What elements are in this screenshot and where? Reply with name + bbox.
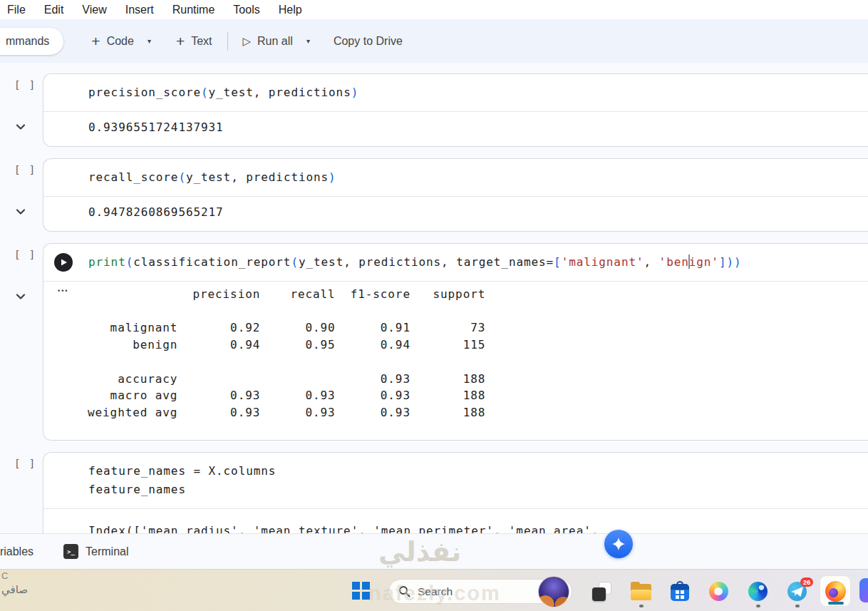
code-cell: [ ] print(classification_report(y_test, … — [0, 243, 868, 441]
classification-report-text: precision recall f1-score support malign… — [88, 286, 868, 421]
terminal-icon: >_ — [63, 544, 78, 559]
cell-gutter: [ ] — [0, 452, 43, 533]
collapse-output-chevron-icon[interactable] — [13, 119, 29, 135]
firefox-browser-button[interactable] — [820, 575, 851, 607]
execution-count-brackets[interactable]: [ ] — [14, 79, 36, 91]
terminal-tab[interactable]: >_ Terminal — [63, 544, 128, 559]
gemini-spark-icon — [611, 536, 626, 552]
run-cell-button[interactable] — [54, 253, 73, 272]
menu-item-help[interactable]: Help — [269, 4, 311, 16]
running-indicator-dot — [639, 605, 644, 607]
weather-widget[interactable]: C صافي — [1, 570, 28, 596]
search-placeholder: Search — [418, 585, 453, 598]
running-indicator-dot — [756, 605, 760, 607]
code-editor[interactable]: print(classification_report(y_test, pred… — [43, 244, 868, 281]
toolbar-divider — [227, 32, 228, 51]
code-editor[interactable]: feature_names = X.columnsfeature_names — [43, 453, 868, 508]
menu-item-edit[interactable]: Edit — [35, 4, 73, 16]
commands-label: mmands — [6, 35, 49, 48]
cell-output: 0.9396551724137931 — [43, 112, 868, 146]
variables-tab[interactable]: ariables — [0, 545, 33, 558]
run-all-dropdown-caret-icon[interactable]: ▾ — [302, 37, 314, 45]
run-all-label: Run all — [257, 35, 293, 48]
cell-gutter: [ ] — [0, 243, 43, 441]
code-cell: [ ] recall_score(y_test, predictions) 0.… — [0, 158, 868, 232]
taskbar-search[interactable]: Search — [388, 579, 572, 604]
cell-output: Index(['mean radius', 'mean texture', 'm… — [43, 509, 868, 533]
notebook-area: [ ] precision_score(y_test, predictions)… — [0, 63, 868, 533]
copilot-button[interactable] — [709, 582, 728, 601]
task-view-button[interactable] — [592, 582, 611, 601]
taskbar: C صافي Search 26 — [0, 569, 868, 611]
collapse-output-chevron-icon[interactable] — [13, 289, 29, 304]
notification-badge: 26 — [800, 577, 813, 587]
add-code-label: Code — [107, 35, 134, 48]
search-spotlight-image[interactable] — [538, 576, 569, 607]
windows-start-button[interactable] — [352, 582, 370, 600]
play-icon — [59, 258, 68, 267]
plus-icon: + — [176, 34, 185, 48]
search-icon — [398, 585, 410, 597]
cell-box: recall_score(y_test, predictions) 0.9478… — [43, 158, 868, 232]
execution-count-brackets[interactable]: [ ] — [14, 164, 36, 175]
running-indicator-dot — [795, 605, 800, 607]
code-editor[interactable]: recall_score(y_test, predictions) — [43, 159, 868, 196]
cell-box: print(classification_report(y_test, pred… — [43, 243, 868, 441]
add-text-button[interactable]: + Text — [167, 34, 222, 48]
edge-browser-button[interactable] — [748, 582, 768, 601]
cell-box: precision_score(y_test, predictions) 0.9… — [43, 73, 868, 147]
copy-to-drive-label: Copy to Drive — [334, 35, 403, 48]
toolbar: mmands + Code ▾ + Text ▷ Run all ▾ Copy … — [0, 19, 868, 63]
output-value: 0.9478260869565217 — [88, 203, 868, 222]
play-outline-icon: ▷ — [243, 35, 252, 48]
firefox-icon — [825, 581, 846, 602]
file-explorer-button[interactable] — [631, 582, 651, 601]
code-editor[interactable]: precision_score(y_test, predictions) — [43, 74, 868, 111]
menu-item-insert[interactable]: Insert — [116, 4, 163, 16]
partial-app-icon[interactable] — [859, 578, 868, 602]
bottom-panel: ariables >_ Terminal — [0, 533, 868, 569]
add-code-dropdown-caret-icon[interactable]: ▾ — [143, 37, 155, 45]
cell-output: ••• precision recall f1-score support ma… — [43, 282, 868, 440]
menu-item-file[interactable]: File — [7, 4, 35, 16]
add-code-button[interactable]: + Code — [82, 34, 143, 48]
terminal-label: Terminal — [86, 545, 128, 558]
menubar: FileEditViewInsertRuntimeToolsHelp — [0, 0, 868, 19]
menu-item-view[interactable]: View — [73, 4, 115, 16]
run-all-button[interactable]: ▷ Run all — [234, 35, 302, 48]
collapse-output-chevron-icon[interactable] — [13, 204, 29, 220]
cell-gutter: [ ] — [0, 158, 43, 232]
active-app-indicator — [828, 602, 844, 605]
menu-item-tools[interactable]: Tools — [224, 4, 269, 16]
plus-icon: + — [91, 34, 100, 48]
execution-count-brackets[interactable]: [ ] — [14, 249, 36, 260]
cell-gutter: [ ] — [0, 73, 43, 147]
commands-button[interactable]: mmands — [0, 28, 63, 55]
menu-item-runtime[interactable]: Runtime — [163, 4, 224, 16]
execution-count-brackets[interactable]: [ ] — [14, 458, 36, 469]
telegram-button[interactable]: 26 — [787, 582, 807, 601]
gemini-assistant-button[interactable] — [604, 530, 633, 558]
copy-to-drive-button[interactable]: Copy to Drive — [324, 35, 412, 48]
output-value-clipped: Index(['mean radius', 'mean texture', 'm… — [88, 515, 868, 533]
cell-box: feature_names = X.columnsfeature_names I… — [43, 452, 868, 533]
output-options-icon[interactable]: ••• — [58, 287, 68, 294]
windows-logo-icon — [352, 582, 360, 590]
weather-condition: صافي — [1, 584, 28, 596]
code-cell: [ ] feature_names = X.columnsfeature_nam… — [0, 452, 868, 533]
microsoft-store-button[interactable] — [671, 581, 689, 601]
cell-output: 0.9478260869565217 — [43, 197, 868, 231]
weather-temp: C — [1, 571, 28, 581]
output-value: 0.9396551724137931 — [88, 118, 868, 137]
add-text-label: Text — [191, 35, 212, 48]
code-cell: [ ] precision_score(y_test, predictions)… — [0, 73, 868, 147]
